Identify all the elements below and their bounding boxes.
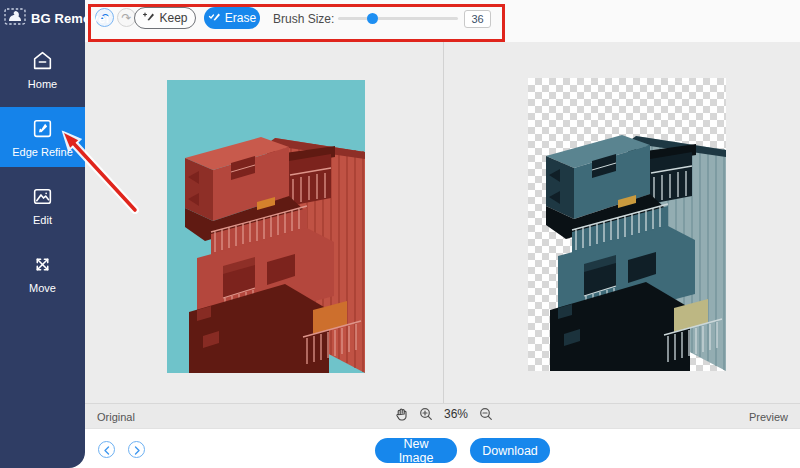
editor-canvas [85, 42, 800, 403]
keep-brush-icon [142, 10, 155, 26]
status-bar: Original 36% Preview [85, 403, 800, 429]
brush-size-value[interactable]: 36 [464, 10, 491, 28]
preview-image [528, 78, 726, 371]
chevron-right-icon [133, 441, 141, 459]
erase-button[interactable]: Erase [204, 7, 260, 29]
app-logo: BG Remover [0, 0, 85, 35]
sidebar-item-edit[interactable]: Edit [0, 175, 85, 235]
hand-tool-icon[interactable] [395, 407, 408, 421]
zoom-out-icon[interactable] [479, 407, 493, 421]
footer-bar: New Image Download [85, 429, 800, 468]
sidebar-item-label: Home [28, 78, 57, 90]
panel-divider [443, 42, 444, 403]
bg-remover-app: BG Remover Home Edge Refine [0, 0, 800, 468]
original-image[interactable] [167, 80, 365, 373]
preview-label: Preview [749, 411, 788, 423]
keep-button[interactable]: Keep [134, 7, 196, 29]
edit-image-icon [31, 185, 54, 208]
brush-size-label: Brush Size: [273, 12, 334, 26]
download-button[interactable]: Download [470, 438, 550, 463]
new-image-button[interactable]: New Image [375, 438, 457, 463]
keep-label: Keep [159, 11, 187, 25]
redo-icon: ↷ [121, 12, 131, 24]
next-image-button[interactable] [128, 441, 145, 458]
app-title: BG Remover [31, 11, 111, 26]
logo-icon [4, 8, 26, 29]
zoom-controls: 36% [395, 407, 493, 421]
slider-thumb[interactable] [367, 13, 378, 24]
home-icon [31, 49, 54, 72]
sidebar-item-move[interactable]: Move [0, 243, 85, 303]
chevron-left-icon [103, 441, 111, 459]
sidebar-item-label: Edit [33, 214, 52, 226]
brush-size-slider[interactable] [338, 17, 458, 20]
sidebar-item-home[interactable]: Home [0, 39, 85, 99]
erase-label: Erase [225, 11, 256, 25]
erase-brush-icon [208, 10, 221, 26]
previous-image-button[interactable] [98, 441, 115, 458]
zoom-in-icon[interactable] [419, 407, 433, 421]
move-icon [31, 253, 54, 276]
zoom-level: 36% [444, 407, 468, 421]
toolbar: ↶ ↷ Keep Erase Brush Size: [85, 0, 800, 42]
sidebar-item-edge-refine[interactable]: Edge Refine [0, 107, 85, 167]
sidebar-item-label: Move [29, 282, 56, 294]
edge-refine-icon [31, 117, 54, 140]
sidebar: BG Remover Home Edge Refine [0, 0, 85, 468]
original-label: Original [97, 411, 135, 423]
sidebar-item-label: Edge Refine [12, 146, 73, 158]
